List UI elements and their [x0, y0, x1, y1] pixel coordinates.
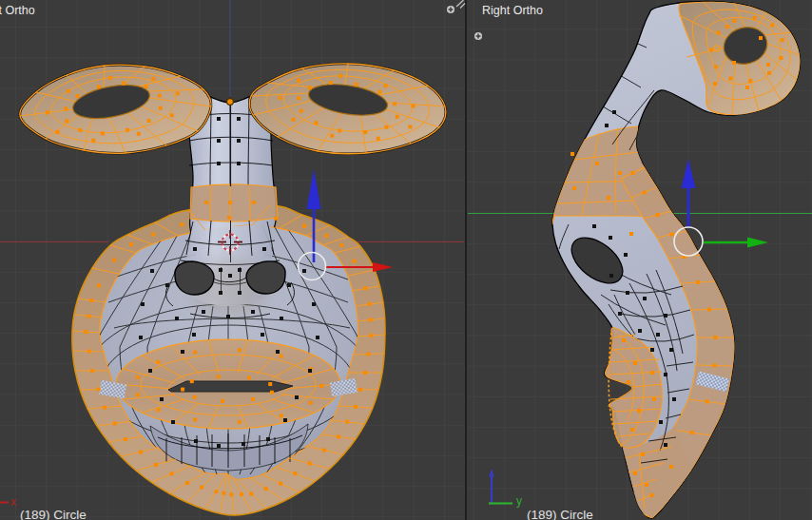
svg-text:y: y	[516, 494, 522, 508]
svg-text:Right Ortho: Right Ortho	[482, 4, 543, 17]
svg-text:x: x	[10, 495, 16, 509]
svg-text:(189) Circle: (189) Circle	[20, 508, 87, 520]
svg-text:t Ortho: t Ortho	[0, 4, 35, 17]
svg-text:(189) Circle: (189) Circle	[527, 508, 593, 520]
